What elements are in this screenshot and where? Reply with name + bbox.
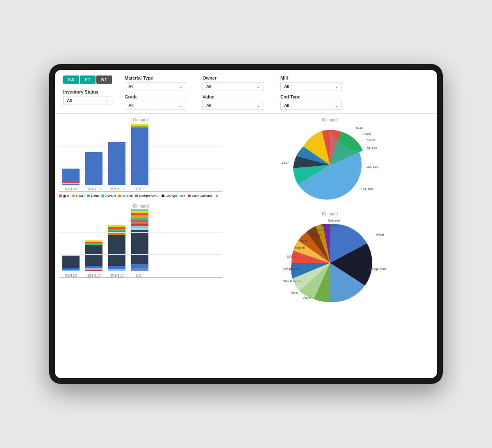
bar-label-151-180: 151-180	[110, 187, 123, 191]
bar-label-181-plus: 181+	[136, 187, 144, 191]
tablet-frame: EA FT NT Inventory Status All ⌄ Material…	[49, 64, 443, 384]
legend-storage-tube: Storage Tube	[166, 194, 185, 198]
bar-151-180: 151-180	[108, 142, 125, 191]
stacked-label-181-plus: 181+	[136, 273, 144, 277]
value-value: All	[206, 103, 211, 108]
stacked-bar-181-plus: 181+	[131, 209, 148, 277]
grade-select[interactable]: All ⌄	[125, 101, 186, 110]
inventory-status-select[interactable]: All ⌄	[63, 96, 112, 105]
chevron-down-icon: ⌄	[335, 85, 338, 89]
tablet-screen: EA FT NT Inventory Status All ⌄ Material…	[55, 70, 437, 378]
end-type-label: End Type	[280, 94, 346, 99]
legend-nutriell: Nutriell	[122, 194, 132, 198]
material-type-select[interactable]: All ⌄	[125, 82, 186, 91]
pie-chart-1	[281, 124, 379, 206]
pie1-on-hand-label: On hand	[322, 118, 338, 122]
grade-filter: Grade All ⌄	[125, 94, 190, 110]
dashboard: EA FT NT Inventory Status All ⌄ Material…	[55, 70, 437, 378]
chevron-down-icon: ⌄	[257, 85, 260, 89]
legend-gfib: gFib	[63, 194, 70, 198]
pie-chart-1-section: On hand	[227, 118, 433, 208]
on-hand-label-1: On hand	[59, 118, 223, 122]
value-filter: Value All ⌄	[203, 94, 268, 110]
owner-filter: Owner All ⌄	[203, 75, 268, 91]
bar-label-121-150: 121-150	[87, 187, 100, 191]
stacked-label-91-120: 91-120	[65, 273, 77, 277]
bar-91-120: 91-120	[62, 169, 80, 191]
bar-chart-1-section: On hand	[59, 118, 223, 200]
legend-betta: Betta	[91, 194, 99, 198]
legend-more[interactable]: ►	[215, 193, 219, 198]
on-hand-label-2: On hand	[59, 204, 223, 208]
end-type-filter: End Type All ⌄	[280, 94, 346, 110]
pie-chart-2	[273, 218, 387, 308]
stacked-bar-151-180: 151-180	[108, 225, 125, 277]
chevron-down-icon: ⌄	[105, 98, 109, 103]
mill-select[interactable]: All ⌄	[280, 82, 342, 91]
chevron-down-icon: ⌄	[179, 103, 182, 107]
left-charts: On hand	[55, 114, 227, 377]
bar-chart-2-section: On hand	[59, 204, 223, 278]
value-label: Value	[203, 94, 268, 99]
grade-label: Grade	[125, 94, 190, 99]
tab-ea[interactable]: EA	[63, 75, 79, 84]
owner-select[interactable]: All ⌄	[203, 82, 264, 91]
chart1-legend: gFib STAR Betta DWON Nutriell Comprehen.…	[59, 192, 223, 200]
tab-ft[interactable]: FT	[80, 75, 95, 84]
bar-181-plus: 181+	[131, 124, 148, 191]
material-type-value: All	[128, 84, 133, 89]
mill-filter: Mill All ⌄	[280, 75, 346, 91]
chevron-down-icon: ⌄	[179, 85, 182, 89]
mill-label: Mill	[280, 75, 346, 80]
inventory-status-label: Inventory Status	[63, 89, 116, 94]
stacked-bar-121-150: 121-150	[85, 240, 102, 277]
chevron-down-icon: ⌄	[257, 103, 260, 107]
legend-star: STAR	[76, 194, 85, 198]
stacked-bar-91-120: 91-120	[62, 256, 80, 277]
owner-label: Owner	[203, 75, 268, 80]
value-select[interactable]: All ⌄	[203, 101, 264, 110]
right-charts: On hand	[227, 114, 437, 377]
chevron-down-icon: ⌄	[335, 103, 338, 107]
left-controls: EA FT NT Inventory Status All ⌄	[63, 75, 116, 105]
mill-value: All	[284, 84, 289, 89]
tab-group: EA FT NT	[63, 75, 116, 84]
stacked-label-121-150: 121-150	[87, 273, 100, 277]
inventory-status-value: All	[67, 98, 72, 103]
charts-area: On hand	[55, 114, 437, 377]
bar-121-150: 121-150	[85, 152, 102, 191]
bar-label-91-120: 91-120	[65, 187, 77, 191]
legend-comprehen: Comprehen...	[139, 194, 159, 198]
owner-value: All	[206, 84, 211, 89]
end-type-select[interactable]: All ⌄	[280, 101, 342, 110]
filter-grid: Material Type All ⌄ Owner All ⌄	[125, 75, 346, 110]
tab-nt[interactable]: NT	[96, 75, 112, 84]
legend-oiler-gasoline: Oiler Gasoline	[192, 194, 213, 198]
pie2-on-hand-label: On hand	[322, 212, 338, 216]
pie-chart-2-section: On hand	[227, 212, 433, 310]
end-type-value: All	[284, 103, 289, 108]
filter-bar: EA FT NT Inventory Status All ⌄ Material…	[55, 70, 437, 114]
stacked-label-151-180: 151-180	[110, 273, 123, 277]
material-type-label: Material Type	[125, 75, 190, 80]
grade-value: All	[128, 103, 133, 108]
legend-dwon: DWON	[105, 194, 116, 198]
material-type-filter: Material Type All ⌄	[125, 75, 190, 91]
